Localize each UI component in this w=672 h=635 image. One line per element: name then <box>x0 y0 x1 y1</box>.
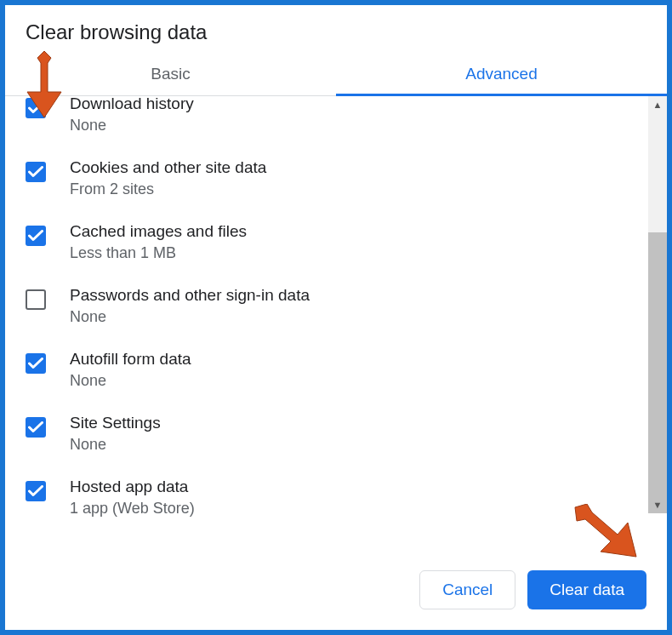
checkbox-passwords[interactable] <box>26 289 46 310</box>
checkbox-cached-images[interactable] <box>26 226 46 246</box>
checkbox-site-settings[interactable] <box>26 417 46 438</box>
item-sub: 1 app (Web Store) <box>70 500 195 517</box>
checkbox-hosted-app-data[interactable] <box>26 481 46 501</box>
check-icon <box>28 102 43 114</box>
item-sub: From 2 sites <box>70 180 266 198</box>
item-label: Site Settings <box>70 414 161 432</box>
item-label: Passwords and other sign-in data <box>70 286 310 305</box>
clear-data-button[interactable]: Clear data <box>527 570 646 609</box>
item-label: Download history <box>70 96 194 113</box>
item-sub: None <box>70 372 191 390</box>
item-sub: None <box>70 436 161 454</box>
checkbox-cookies[interactable] <box>26 162 46 182</box>
dialog-title: Clear browsing data <box>5 5 667 65</box>
item-label: Cookies and other site data <box>70 158 266 177</box>
item-label: Hosted app data <box>70 478 195 496</box>
check-icon <box>28 358 43 369</box>
check-icon <box>28 485 43 497</box>
content-area: Download history None Cookies and other … <box>5 96 667 520</box>
scrollbar-up-icon[interactable]: ▲ <box>648 96 667 113</box>
clear-browsing-data-dialog: Clear browsing data Basic Advanced Downl… <box>0 0 672 635</box>
item-label: Autofill form data <box>70 350 191 369</box>
tabs: Basic Advanced <box>5 65 667 96</box>
tab-advanced[interactable]: Advanced <box>336 65 667 96</box>
list-item: Cached images and files Less than 1 MB <box>5 210 648 274</box>
checkbox-autofill[interactable] <box>26 353 46 374</box>
item-sub: None <box>70 308 310 326</box>
scrollbar-down-icon[interactable]: ▼ <box>648 496 667 513</box>
list-item: Passwords and other sign-in data None <box>5 274 648 338</box>
scrollbar-thumb[interactable] <box>648 232 667 513</box>
list-item: Cookies and other site data From 2 sites <box>5 146 648 210</box>
list-item: Hosted app data 1 app (Web Store) <box>5 466 648 517</box>
scrollbar[interactable]: ▲ ▼ <box>648 96 667 513</box>
list-item: Download history None <box>5 96 648 146</box>
list-item: Autofill form data None <box>5 338 648 402</box>
list-item: Site Settings None <box>5 402 648 466</box>
check-icon <box>28 421 43 433</box>
dialog-buttons: Cancel Clear data <box>419 570 646 609</box>
cancel-button[interactable]: Cancel <box>419 570 515 609</box>
item-sub: None <box>70 117 194 134</box>
options-list: Download history None Cookies and other … <box>5 96 648 517</box>
checkbox-download-history[interactable] <box>26 98 46 118</box>
check-icon <box>28 166 43 178</box>
check-icon <box>28 230 43 242</box>
item-sub: Less than 1 MB <box>70 244 247 262</box>
item-label: Cached images and files <box>70 222 247 241</box>
tab-basic[interactable]: Basic <box>5 65 336 96</box>
